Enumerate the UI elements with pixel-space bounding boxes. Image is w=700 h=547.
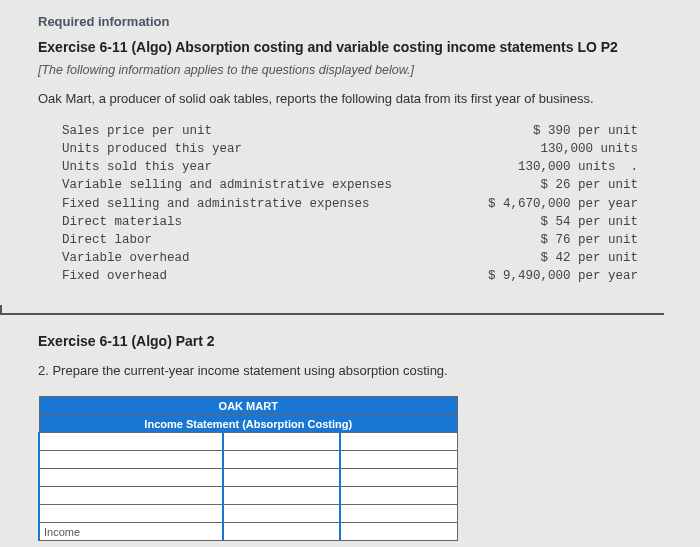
amount-input[interactable] xyxy=(340,523,457,541)
data-row: Fixed selling and administrative expense… xyxy=(62,195,638,213)
data-value: $ 54 per unit xyxy=(540,213,638,231)
data-row: Units sold this year130,000 units . xyxy=(62,158,638,176)
row-label-input[interactable] xyxy=(39,433,223,451)
data-label: Fixed overhead xyxy=(62,267,167,285)
amount-input[interactable] xyxy=(340,469,457,487)
row-label-input[interactable] xyxy=(39,487,223,505)
part2-instruction: 2. Prepare the current-year income state… xyxy=(38,363,662,378)
exercise-title: Exercise 6-11 (Algo) Absorption costing … xyxy=(38,39,662,55)
row-label-input[interactable] xyxy=(39,451,223,469)
data-label: Direct labor xyxy=(62,231,152,249)
data-value: $ 4,670,000 per year xyxy=(488,195,638,213)
data-row: Direct labor$ 76 per unit xyxy=(62,231,638,249)
data-label: Variable selling and administrative expe… xyxy=(62,176,392,194)
data-label: Direct materials xyxy=(62,213,182,231)
data-block: Sales price per unit$ 390 per unit Units… xyxy=(38,122,662,285)
data-value: $ 390 per unit xyxy=(533,122,638,140)
data-label: Variable overhead xyxy=(62,249,190,267)
income-row-label: Income xyxy=(39,523,223,541)
data-value: $ 26 per unit xyxy=(540,176,638,194)
table-row xyxy=(39,487,458,505)
data-row: Direct materials$ 54 per unit xyxy=(62,213,638,231)
data-label: Units produced this year xyxy=(62,140,242,158)
amount-input[interactable] xyxy=(223,469,340,487)
amount-input[interactable] xyxy=(340,487,457,505)
data-row: Fixed overhead$ 9,490,000 per year xyxy=(62,267,638,285)
amount-input[interactable] xyxy=(223,523,340,541)
table-company-header: OAK MART xyxy=(39,397,458,415)
amount-input[interactable] xyxy=(223,433,340,451)
amount-input[interactable] xyxy=(340,451,457,469)
data-label: Sales price per unit xyxy=(62,122,212,140)
data-row: Units produced this year130,000 units xyxy=(62,140,638,158)
intro-text: Oak Mart, a producer of solid oak tables… xyxy=(38,91,662,106)
data-row: Variable overhead$ 42 per unit xyxy=(62,249,638,267)
table-row xyxy=(39,505,458,523)
amount-input[interactable] xyxy=(223,451,340,469)
applies-note: [The following information applies to th… xyxy=(38,63,662,77)
data-value: 130,000 units xyxy=(540,140,638,158)
amount-input[interactable] xyxy=(340,433,457,451)
part2-title: Exercise 6-11 (Algo) Part 2 xyxy=(38,333,662,349)
income-statement-table: OAK MART Income Statement (Absorption Co… xyxy=(38,396,458,541)
row-label-input[interactable] xyxy=(39,469,223,487)
table-row xyxy=(39,469,458,487)
table-statement-title: Income Statement (Absorption Costing) xyxy=(39,415,458,433)
data-label: Units sold this year xyxy=(62,158,212,176)
table-row-income: Income xyxy=(39,523,458,541)
amount-input[interactable] xyxy=(223,487,340,505)
amount-input[interactable] xyxy=(223,505,340,523)
data-value: $ 9,490,000 per year xyxy=(488,267,638,285)
data-row: Variable selling and administrative expe… xyxy=(62,176,638,194)
row-label-input[interactable] xyxy=(39,505,223,523)
data-value: $ 76 per unit xyxy=(540,231,638,249)
data-label: Fixed selling and administrative expense… xyxy=(62,195,370,213)
data-value: $ 42 per unit xyxy=(540,249,638,267)
table-row xyxy=(39,451,458,469)
amount-input[interactable] xyxy=(340,505,457,523)
data-row: Sales price per unit$ 390 per unit xyxy=(62,122,638,140)
required-information-heading: Required information xyxy=(38,14,662,29)
section-divider xyxy=(0,305,664,315)
table-row xyxy=(39,433,458,451)
data-value: 130,000 units . xyxy=(518,158,638,176)
